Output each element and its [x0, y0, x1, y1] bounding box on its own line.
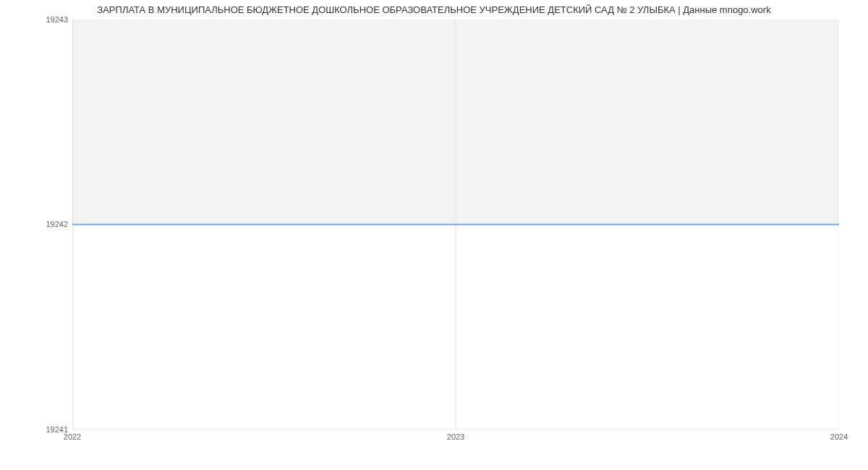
plot-svg	[72, 20, 839, 430]
x-tick-label: 2022	[64, 432, 81, 441]
y-tick-label: 19242	[3, 220, 68, 228]
chart-title: ЗАРПЛАТА В МУНИЦИПАЛЬНОЕ БЮДЖЕТНОЕ ДОШКО…	[0, 4, 868, 15]
x-tick-label: 2024	[830, 432, 848, 441]
salary-line-chart: ЗАРПЛАТА В МУНИЦИПАЛЬНОЕ БЮДЖЕТНОЕ ДОШКО…	[0, 0, 868, 470]
plot-area	[72, 20, 839, 430]
x-tick-label: 2023	[447, 432, 464, 441]
y-tick-label: 19241	[3, 425, 68, 434]
y-tick-label: 19243	[3, 15, 68, 24]
